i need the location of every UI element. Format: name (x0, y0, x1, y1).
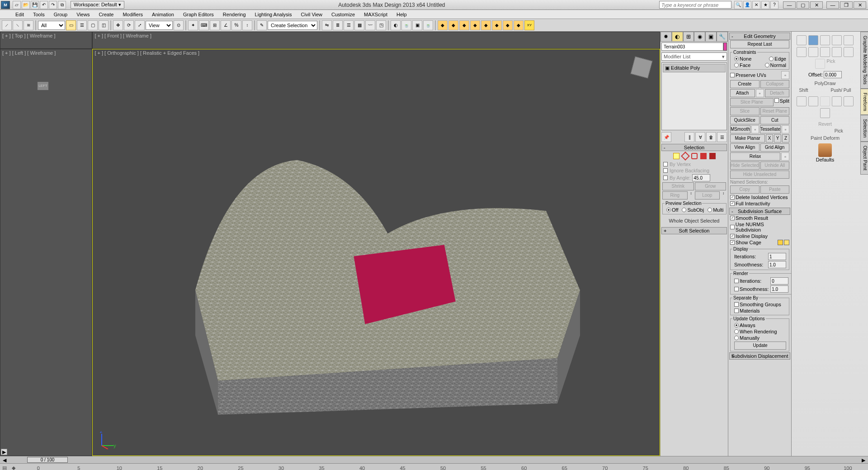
percent-snap-icon[interactable]: % (231, 20, 241, 30)
viewport-left[interactable]: [ + ] [ Left ] [ Wireframe ] LEFT (0, 49, 92, 456)
configure-sets-icon[interactable]: ☰ (717, 132, 727, 142)
menu-help[interactable]: Help (393, 11, 410, 18)
snap-options-1-icon[interactable]: ◆ (438, 20, 448, 30)
menu-rendering[interactable]: Rendering (219, 11, 250, 18)
mirror-icon[interactable]: ⇋ (322, 20, 332, 30)
offset-field[interactable] (824, 71, 842, 78)
side-tab-freeform[interactable]: Freeform (860, 89, 868, 115)
viewport-cube-left-icon[interactable]: LEFT (37, 81, 49, 90)
app-close-button[interactable]: ✕ (854, 1, 866, 9)
constraint-face-radio[interactable] (734, 63, 739, 67)
timeline[interactable]: ◀ 0 / 100 ▶ (0, 456, 868, 463)
update-button[interactable]: Update (734, 342, 786, 350)
polydraw-tool-6-icon[interactable] (797, 47, 807, 57)
pin-stack-icon[interactable]: 📌 (661, 132, 671, 142)
scale-icon[interactable]: ⤢ (135, 20, 145, 30)
app-logo-icon[interactable]: M (1, 1, 10, 9)
help-search-input[interactable] (659, 1, 731, 9)
preview-off-radio[interactable] (666, 208, 671, 212)
freeform-tool-4-icon[interactable] (844, 96, 854, 106)
snap-options-5-icon[interactable]: ◆ (481, 20, 491, 30)
menu-lighting-analysis[interactable]: Lighting Analysis (251, 11, 296, 18)
snap-options-3-icon[interactable]: ◆ (459, 20, 469, 30)
render-production-icon[interactable]: 🍵 (423, 20, 433, 30)
snap-toggle-icon[interactable]: ⊞ (210, 20, 220, 30)
constraint-edge-radio[interactable] (769, 57, 774, 61)
side-tab-graphite[interactable]: Graphite Modeling Tools (860, 32, 868, 89)
msmooth-settings-icon[interactable]: ▫ (751, 125, 759, 133)
signin-icon[interactable]: 👤 (743, 1, 751, 9)
preserve-uvs-settings-icon[interactable]: ▫ (781, 71, 789, 79)
view-cube-icon[interactable] (630, 56, 652, 78)
save-icon[interactable]: 💾 (31, 1, 39, 9)
sep-materials-checkbox[interactable] (734, 309, 739, 313)
trackbar-toggle-icon[interactable]: ▤ (0, 465, 9, 470)
snap-options-4-icon[interactable]: ◆ (470, 20, 480, 30)
material-editor-icon[interactable]: ◐ (391, 20, 401, 30)
menu-group[interactable]: Group (50, 11, 71, 18)
render-smoothness-field[interactable] (770, 285, 788, 293)
minimize-button[interactable]: — (783, 1, 796, 9)
rect-region-icon[interactable]: ▢ (88, 20, 98, 30)
maximize-button[interactable]: ▢ (797, 1, 809, 9)
menu-animation[interactable]: Animation (148, 11, 178, 18)
trackbar-keys-icon[interactable]: ◆ (9, 465, 18, 470)
rollout-selection[interactable]: -Selection (661, 144, 727, 151)
split-checkbox[interactable] (774, 98, 779, 103)
edit-named-sel-icon[interactable]: ✎ (257, 20, 267, 30)
freeform-tool-2-icon[interactable] (808, 96, 818, 106)
manipulate-icon[interactable]: ✦ (188, 20, 198, 30)
new-icon[interactable]: ▱ (13, 1, 21, 9)
subobj-edge-icon[interactable] (681, 152, 690, 161)
make-planar-button[interactable]: Make Planar (730, 134, 765, 142)
modifier-stack[interactable]: ▣ Editable Poly (661, 62, 727, 130)
keyboard-shortcut-icon[interactable]: ⌨ (199, 20, 209, 30)
unlink-icon[interactable]: ⟍ (13, 20, 23, 30)
pivot-icon[interactable]: ⊙ (174, 20, 184, 30)
rollout-edit-geometry[interactable]: -Edit Geometry (729, 33, 790, 40)
isoline-display-checkbox[interactable] (730, 234, 735, 238)
subobj-border-icon[interactable] (691, 153, 698, 159)
smooth-result-checkbox[interactable] (730, 216, 735, 220)
render-iterations-checkbox[interactable] (734, 279, 739, 283)
bind-space-warp-icon[interactable]: ≋ (24, 20, 33, 30)
cp-tab-utilities-icon[interactable]: 🔧 (717, 32, 728, 42)
select-object-icon[interactable]: ▭ (66, 20, 76, 30)
menu-graph-editors[interactable]: Graph Editors (179, 11, 217, 18)
menu-civil-view[interactable]: Civil View (297, 11, 326, 18)
rollout-subdiv-displacement[interactable]: +Subdivision Displacement (729, 352, 790, 360)
align-icon[interactable]: ≣ (333, 20, 343, 30)
quickslice-button[interactable]: QuickSlice (730, 116, 760, 124)
snap-options-7-icon[interactable]: ◆ (503, 20, 513, 30)
graphite-ribbon-icon[interactable]: ▦ (354, 20, 364, 30)
rollout-soft-selection[interactable]: +Soft Selection (661, 227, 727, 234)
display-iterations-field[interactable] (768, 253, 786, 260)
remove-modifier-icon[interactable]: 🗑 (706, 132, 716, 142)
viewport-perspective[interactable]: [ + ] [ Orthographic ] [ Realistic + Edg… (92, 49, 660, 456)
menu-modifiers[interactable]: Modifiers (119, 11, 146, 18)
subobj-polygon-icon[interactable] (700, 153, 707, 159)
defaults-brush-icon[interactable] (818, 143, 832, 157)
update-manually-radio[interactable] (734, 336, 739, 340)
cp-tab-create-icon[interactable]: ✹ (660, 32, 672, 42)
display-smoothness-field[interactable] (768, 261, 786, 268)
snap-options-8-icon[interactable]: ◆ (514, 20, 524, 30)
msmooth-button[interactable]: MSmooth (730, 125, 750, 133)
cp-tab-hierarchy-icon[interactable]: ⊞ (683, 32, 694, 42)
subobj-vertex-icon[interactable] (673, 153, 679, 159)
planar-y-button[interactable]: Y (774, 134, 781, 142)
preview-multi-radio[interactable] (708, 208, 712, 212)
update-always-radio[interactable] (734, 323, 739, 328)
freeform-tool-1-icon[interactable] (797, 96, 807, 106)
exchange-icon[interactable]: ✕ (752, 1, 760, 9)
delete-isolated-checkbox[interactable] (730, 195, 735, 199)
ref-coord-system[interactable]: View (146, 21, 173, 30)
preview-subobj-radio[interactable] (682, 208, 686, 212)
menu-customize[interactable]: Customize (328, 11, 359, 18)
freeform-tool-3-icon[interactable] (832, 96, 842, 106)
sep-smoothing-groups-checkbox[interactable] (734, 302, 739, 307)
update-rendering-radio[interactable] (734, 329, 739, 334)
viewport-front[interactable]: [ + ] [ Front ] [ Wireframe ] (92, 32, 660, 49)
select-link-icon[interactable]: ⟋ (2, 20, 12, 30)
project-icon[interactable]: ⧉ (58, 1, 66, 9)
